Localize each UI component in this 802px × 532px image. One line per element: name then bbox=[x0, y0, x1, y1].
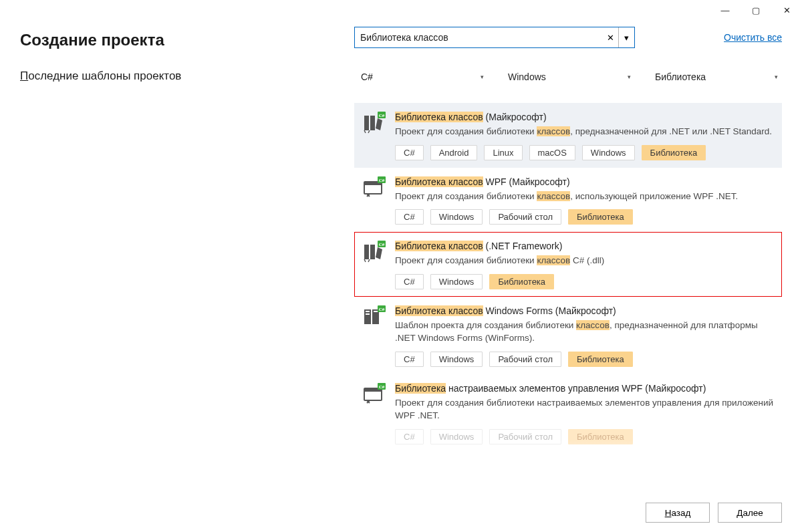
next-button[interactable]: Далее bbox=[718, 503, 782, 523]
template-item[interactable]: C#Библиотека классов Windows Forms (Майк… bbox=[354, 297, 782, 374]
svg-rect-9 bbox=[370, 245, 375, 259]
template-tag: C# bbox=[395, 274, 424, 289]
svg-rect-16 bbox=[374, 311, 378, 312]
template-tag: Библиотека bbox=[642, 145, 706, 160]
project-template-icon: C# bbox=[363, 241, 386, 263]
project-template-icon: C# bbox=[363, 383, 386, 406]
filter-bar: C# ▾ Windows ▾ Библиотека ▾ bbox=[354, 67, 782, 87]
template-description: Проект для создания библиотеки настраива… bbox=[395, 396, 775, 422]
page-title: Создание проекта bbox=[20, 31, 341, 49]
svg-text:C#: C# bbox=[379, 307, 385, 312]
svg-rect-8 bbox=[364, 245, 369, 259]
footer-buttons: Назад Далее bbox=[646, 503, 782, 523]
template-tag: Библиотека bbox=[568, 209, 633, 225]
template-tag: Windows bbox=[582, 145, 635, 160]
search-input[interactable] bbox=[355, 27, 602, 47]
template-tag: C# bbox=[395, 352, 424, 367]
search-clear-button[interactable]: ✕ bbox=[602, 27, 618, 47]
template-title: Библиотека классов Windows Forms (Майкро… bbox=[395, 305, 775, 316]
template-tag: Рабочий стол bbox=[489, 352, 561, 367]
template-tag: Linux bbox=[484, 145, 522, 160]
template-tag: C# bbox=[395, 209, 424, 225]
template-description: Шаблон проекта для создания библиотеки к… bbox=[395, 319, 775, 345]
template-tag: Windows bbox=[430, 429, 483, 444]
filter-type-label: Библиотека bbox=[655, 72, 706, 82]
template-tag: Рабочий стол bbox=[489, 209, 561, 225]
template-description: Проект для создания библиотеки классов C… bbox=[395, 254, 775, 267]
window-titlebar: — ▢ ✕ bbox=[0, 0, 802, 20]
svg-rect-0 bbox=[364, 116, 369, 130]
template-tags: C#WindowsРабочий столБиблиотека bbox=[395, 429, 775, 444]
template-tags: C#WindowsБиблиотека bbox=[395, 274, 775, 289]
search-box[interactable]: ✕ ▾ bbox=[354, 27, 635, 48]
filter-language[interactable]: C# ▾ bbox=[354, 67, 488, 87]
template-item[interactable]: C#Библиотека классов (.NET Framework)Про… bbox=[354, 232, 782, 297]
template-tag: Библиотека bbox=[489, 274, 554, 289]
template-title: Библиотека настраиваемых элементов управ… bbox=[395, 383, 775, 394]
template-list: C#Библиотека классов (Майкрософт)Проект … bbox=[354, 103, 782, 452]
filter-language-label: C# bbox=[361, 72, 373, 82]
template-tag: C# bbox=[395, 429, 424, 444]
template-tag: macOS bbox=[529, 145, 575, 160]
template-description: Проект для создания библиотеки классов, … bbox=[395, 190, 775, 203]
template-tag: Windows bbox=[430, 274, 483, 289]
clear-all-link[interactable]: Очистить все bbox=[724, 32, 782, 43]
svg-text:C#: C# bbox=[379, 384, 385, 390]
template-tag: Windows bbox=[430, 209, 483, 225]
chevron-down-icon: ▾ bbox=[628, 74, 631, 80]
template-tags: C#WindowsРабочий столБиблиотека bbox=[395, 209, 775, 225]
filter-platform-label: Windows bbox=[508, 72, 546, 82]
window-minimize-button[interactable]: — bbox=[710, 0, 741, 20]
template-title: Библиотека классов WPF (Майкрософт) bbox=[395, 176, 775, 187]
chevron-down-icon: ▾ bbox=[775, 74, 778, 80]
template-tags: C#AndroidLinuxmacOSWindowsБиблиотека bbox=[395, 145, 775, 160]
project-template-icon: C# bbox=[363, 305, 386, 328]
svg-text:C#: C# bbox=[379, 178, 385, 183]
svg-text:C#: C# bbox=[379, 113, 385, 118]
template-tags: C#WindowsРабочий столБиблиотека bbox=[395, 352, 775, 367]
filter-platform[interactable]: Windows ▾ bbox=[501, 67, 635, 87]
window-close-button[interactable]: ✕ bbox=[771, 0, 802, 20]
back-button[interactable]: Назад bbox=[646, 503, 710, 523]
template-description: Проект для создания библиотеки классов, … bbox=[395, 125, 775, 138]
template-tag: Windows bbox=[430, 352, 483, 367]
search-dropdown-button[interactable]: ▾ bbox=[618, 27, 634, 47]
template-item[interactable]: C#Библиотека настраиваемых элементов упр… bbox=[354, 374, 782, 452]
project-template-icon: C# bbox=[363, 176, 386, 199]
svg-text:C#: C# bbox=[379, 242, 385, 247]
template-tag: C# bbox=[395, 145, 424, 160]
template-item[interactable]: C#Библиотека классов (Майкрософт)Проект … bbox=[354, 103, 782, 168]
recent-templates-heading: Последние шаблоны проектов bbox=[20, 70, 341, 83]
window-maximize-button[interactable]: ▢ bbox=[741, 0, 771, 20]
svg-rect-14 bbox=[366, 311, 370, 312]
template-title: Библиотека классов (.NET Framework) bbox=[395, 241, 775, 251]
svg-rect-15 bbox=[366, 313, 370, 315]
svg-rect-1 bbox=[370, 116, 375, 130]
template-tag: Android bbox=[430, 145, 478, 160]
template-item[interactable]: C#Библиотека классов WPF (Майкрософт)Про… bbox=[354, 168, 782, 233]
filter-type[interactable]: Библиотека ▾ bbox=[648, 67, 782, 87]
template-tag: Библиотека bbox=[568, 352, 633, 367]
project-template-icon: C# bbox=[363, 112, 386, 134]
template-title: Библиотека классов (Майкрософт) bbox=[395, 112, 775, 122]
template-tag: Рабочий стол bbox=[489, 429, 561, 444]
template-tag: Библиотека bbox=[568, 429, 633, 444]
chevron-down-icon: ▾ bbox=[481, 74, 484, 80]
